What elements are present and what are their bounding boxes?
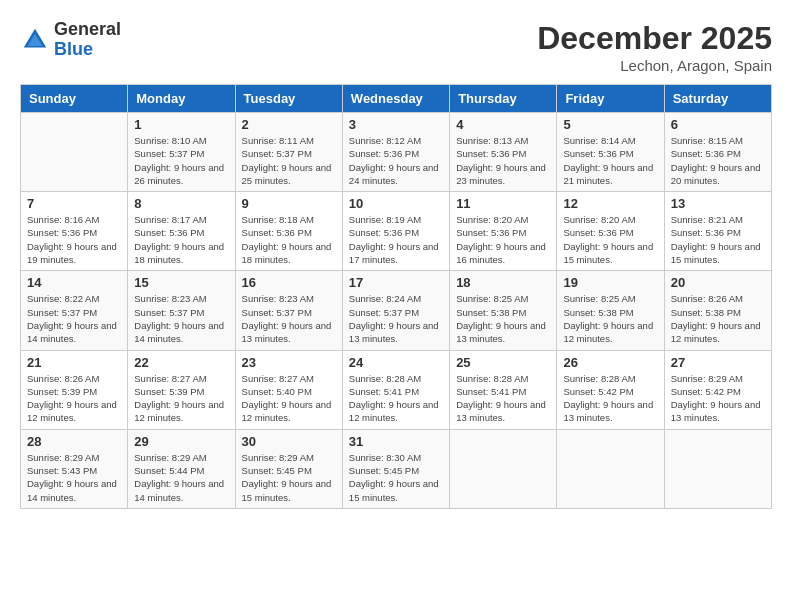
day-number: 27 xyxy=(671,355,765,370)
day-number: 22 xyxy=(134,355,228,370)
day-sun-info: Sunrise: 8:26 AMSunset: 5:39 PMDaylight:… xyxy=(27,372,121,425)
day-number: 13 xyxy=(671,196,765,211)
calendar-week-row: 7Sunrise: 8:16 AMSunset: 5:36 PMDaylight… xyxy=(21,192,772,271)
day-sun-info: Sunrise: 8:23 AMSunset: 5:37 PMDaylight:… xyxy=(134,292,228,345)
day-number: 23 xyxy=(242,355,336,370)
day-number: 26 xyxy=(563,355,657,370)
weekday-header: Sunday xyxy=(21,85,128,113)
calendar-cell: 23Sunrise: 8:27 AMSunset: 5:40 PMDayligh… xyxy=(235,350,342,429)
calendar-cell: 22Sunrise: 8:27 AMSunset: 5:39 PMDayligh… xyxy=(128,350,235,429)
calendar-cell: 25Sunrise: 8:28 AMSunset: 5:41 PMDayligh… xyxy=(450,350,557,429)
calendar-cell: 20Sunrise: 8:26 AMSunset: 5:38 PMDayligh… xyxy=(664,271,771,350)
day-sun-info: Sunrise: 8:28 AMSunset: 5:41 PMDaylight:… xyxy=(349,372,443,425)
day-sun-info: Sunrise: 8:12 AMSunset: 5:36 PMDaylight:… xyxy=(349,134,443,187)
day-number: 29 xyxy=(134,434,228,449)
weekday-header: Thursday xyxy=(450,85,557,113)
calendar-cell: 13Sunrise: 8:21 AMSunset: 5:36 PMDayligh… xyxy=(664,192,771,271)
day-sun-info: Sunrise: 8:16 AMSunset: 5:36 PMDaylight:… xyxy=(27,213,121,266)
day-sun-info: Sunrise: 8:11 AMSunset: 5:37 PMDaylight:… xyxy=(242,134,336,187)
calendar-cell: 7Sunrise: 8:16 AMSunset: 5:36 PMDaylight… xyxy=(21,192,128,271)
day-sun-info: Sunrise: 8:18 AMSunset: 5:36 PMDaylight:… xyxy=(242,213,336,266)
calendar-cell: 17Sunrise: 8:24 AMSunset: 5:37 PMDayligh… xyxy=(342,271,449,350)
calendar-week-row: 14Sunrise: 8:22 AMSunset: 5:37 PMDayligh… xyxy=(21,271,772,350)
calendar-cell: 11Sunrise: 8:20 AMSunset: 5:36 PMDayligh… xyxy=(450,192,557,271)
calendar-cell xyxy=(21,113,128,192)
calendar-cell: 30Sunrise: 8:29 AMSunset: 5:45 PMDayligh… xyxy=(235,429,342,508)
day-sun-info: Sunrise: 8:29 AMSunset: 5:42 PMDaylight:… xyxy=(671,372,765,425)
day-number: 16 xyxy=(242,275,336,290)
calendar-cell: 24Sunrise: 8:28 AMSunset: 5:41 PMDayligh… xyxy=(342,350,449,429)
day-number: 9 xyxy=(242,196,336,211)
calendar-cell: 10Sunrise: 8:19 AMSunset: 5:36 PMDayligh… xyxy=(342,192,449,271)
day-sun-info: Sunrise: 8:30 AMSunset: 5:45 PMDaylight:… xyxy=(349,451,443,504)
calendar-cell xyxy=(664,429,771,508)
calendar-cell: 28Sunrise: 8:29 AMSunset: 5:43 PMDayligh… xyxy=(21,429,128,508)
day-number: 24 xyxy=(349,355,443,370)
weekday-header: Monday xyxy=(128,85,235,113)
calendar-week-row: 1Sunrise: 8:10 AMSunset: 5:37 PMDaylight… xyxy=(21,113,772,192)
day-sun-info: Sunrise: 8:10 AMSunset: 5:37 PMDaylight:… xyxy=(134,134,228,187)
day-sun-info: Sunrise: 8:26 AMSunset: 5:38 PMDaylight:… xyxy=(671,292,765,345)
day-sun-info: Sunrise: 8:28 AMSunset: 5:41 PMDaylight:… xyxy=(456,372,550,425)
day-sun-info: Sunrise: 8:29 AMSunset: 5:45 PMDaylight:… xyxy=(242,451,336,504)
day-number: 5 xyxy=(563,117,657,132)
day-number: 3 xyxy=(349,117,443,132)
day-number: 1 xyxy=(134,117,228,132)
page-header: General Blue December 2025 Lechon, Arago… xyxy=(20,20,772,74)
calendar-week-row: 21Sunrise: 8:26 AMSunset: 5:39 PMDayligh… xyxy=(21,350,772,429)
calendar-week-row: 28Sunrise: 8:29 AMSunset: 5:43 PMDayligh… xyxy=(21,429,772,508)
weekday-header: Tuesday xyxy=(235,85,342,113)
day-number: 30 xyxy=(242,434,336,449)
day-sun-info: Sunrise: 8:15 AMSunset: 5:36 PMDaylight:… xyxy=(671,134,765,187)
day-sun-info: Sunrise: 8:13 AMSunset: 5:36 PMDaylight:… xyxy=(456,134,550,187)
day-sun-info: Sunrise: 8:17 AMSunset: 5:36 PMDaylight:… xyxy=(134,213,228,266)
calendar-cell: 9Sunrise: 8:18 AMSunset: 5:36 PMDaylight… xyxy=(235,192,342,271)
day-number: 19 xyxy=(563,275,657,290)
calendar-cell: 14Sunrise: 8:22 AMSunset: 5:37 PMDayligh… xyxy=(21,271,128,350)
logo: General Blue xyxy=(20,20,121,60)
calendar-cell: 26Sunrise: 8:28 AMSunset: 5:42 PMDayligh… xyxy=(557,350,664,429)
day-sun-info: Sunrise: 8:29 AMSunset: 5:43 PMDaylight:… xyxy=(27,451,121,504)
logo-icon xyxy=(20,25,50,55)
calendar-cell: 5Sunrise: 8:14 AMSunset: 5:36 PMDaylight… xyxy=(557,113,664,192)
day-sun-info: Sunrise: 8:28 AMSunset: 5:42 PMDaylight:… xyxy=(563,372,657,425)
calendar-cell: 16Sunrise: 8:23 AMSunset: 5:37 PMDayligh… xyxy=(235,271,342,350)
day-sun-info: Sunrise: 8:19 AMSunset: 5:36 PMDaylight:… xyxy=(349,213,443,266)
day-sun-info: Sunrise: 8:29 AMSunset: 5:44 PMDaylight:… xyxy=(134,451,228,504)
day-number: 10 xyxy=(349,196,443,211)
day-sun-info: Sunrise: 8:25 AMSunset: 5:38 PMDaylight:… xyxy=(563,292,657,345)
calendar-cell: 2Sunrise: 8:11 AMSunset: 5:37 PMDaylight… xyxy=(235,113,342,192)
day-number: 11 xyxy=(456,196,550,211)
logo-general: General xyxy=(54,19,121,39)
calendar-header: SundayMondayTuesdayWednesdayThursdayFrid… xyxy=(21,85,772,113)
calendar-cell: 27Sunrise: 8:29 AMSunset: 5:42 PMDayligh… xyxy=(664,350,771,429)
weekday-header: Saturday xyxy=(664,85,771,113)
calendar-cell: 12Sunrise: 8:20 AMSunset: 5:36 PMDayligh… xyxy=(557,192,664,271)
calendar-cell: 8Sunrise: 8:17 AMSunset: 5:36 PMDaylight… xyxy=(128,192,235,271)
day-number: 20 xyxy=(671,275,765,290)
day-number: 14 xyxy=(27,275,121,290)
calendar-cell: 19Sunrise: 8:25 AMSunset: 5:38 PMDayligh… xyxy=(557,271,664,350)
title-block: December 2025 Lechon, Aragon, Spain xyxy=(537,20,772,74)
day-number: 4 xyxy=(456,117,550,132)
day-sun-info: Sunrise: 8:21 AMSunset: 5:36 PMDaylight:… xyxy=(671,213,765,266)
logo-text: General Blue xyxy=(54,20,121,60)
day-number: 8 xyxy=(134,196,228,211)
weekday-header: Wednesday xyxy=(342,85,449,113)
day-number: 6 xyxy=(671,117,765,132)
day-sun-info: Sunrise: 8:25 AMSunset: 5:38 PMDaylight:… xyxy=(456,292,550,345)
calendar-cell: 4Sunrise: 8:13 AMSunset: 5:36 PMDaylight… xyxy=(450,113,557,192)
calendar-cell xyxy=(557,429,664,508)
month-title: December 2025 xyxy=(537,20,772,57)
day-number: 12 xyxy=(563,196,657,211)
day-number: 18 xyxy=(456,275,550,290)
day-number: 31 xyxy=(349,434,443,449)
calendar-cell: 29Sunrise: 8:29 AMSunset: 5:44 PMDayligh… xyxy=(128,429,235,508)
logo-blue: Blue xyxy=(54,39,93,59)
calendar-cell xyxy=(450,429,557,508)
day-number: 17 xyxy=(349,275,443,290)
calendar-cell: 21Sunrise: 8:26 AMSunset: 5:39 PMDayligh… xyxy=(21,350,128,429)
day-sun-info: Sunrise: 8:20 AMSunset: 5:36 PMDaylight:… xyxy=(456,213,550,266)
day-sun-info: Sunrise: 8:22 AMSunset: 5:37 PMDaylight:… xyxy=(27,292,121,345)
calendar-cell: 18Sunrise: 8:25 AMSunset: 5:38 PMDayligh… xyxy=(450,271,557,350)
